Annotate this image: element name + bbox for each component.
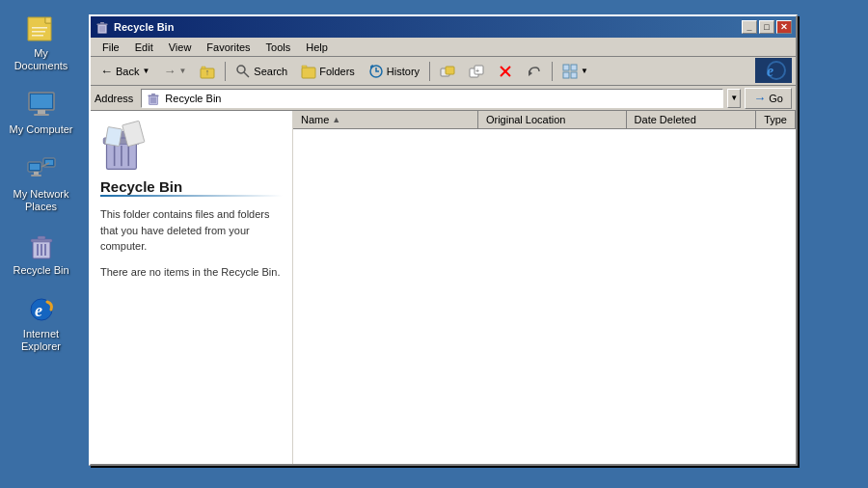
svg-rect-39: [446, 67, 454, 74]
history-icon: [368, 64, 384, 79]
desktop-icon-my-computer[interactable]: My Computer: [5, 86, 77, 140]
search-button[interactable]: Search: [230, 60, 293, 83]
address-input[interactable]: Recycle Bin: [141, 89, 723, 108]
svg-rect-35: [302, 68, 315, 78]
svg-rect-17: [31, 239, 52, 242]
svg-text:e: e: [767, 63, 773, 79]
svg-rect-14: [34, 172, 39, 175]
svg-text:↑: ↑: [205, 68, 210, 77]
forward-dropdown-icon: ▼: [178, 67, 186, 75]
svg-rect-10: [30, 164, 40, 170]
svg-rect-66: [105, 127, 122, 147]
desktop-icon-my-network-places-label: My Network Places: [9, 188, 73, 213]
folders-button[interactable]: Folders: [295, 60, 361, 83]
maximize-button[interactable]: □: [759, 20, 774, 34]
delete-icon: [498, 64, 513, 79]
undo-icon: [527, 64, 542, 79]
desktop-icon-recycle-bin-label: Recycle Bin: [13, 264, 68, 277]
go-button[interactable]: → Go: [745, 88, 792, 109]
internet-explorer-icon: e: [26, 294, 57, 325]
toolbar-separator-3: [552, 62, 553, 81]
svg-text:e: e: [35, 301, 42, 320]
desktop-icon-my-documents[interactable]: My Documents: [5, 10, 77, 76]
svg-rect-7: [38, 110, 45, 114]
back-dropdown-icon: ▼: [142, 67, 149, 75]
desktop-icon-my-documents-label: My Documents: [9, 47, 73, 72]
column-header-type[interactable]: Type: [756, 111, 796, 128]
column-header-location[interactable]: Original Location: [478, 111, 627, 128]
svg-rect-49: [571, 72, 577, 78]
copy-to-button[interactable]: +: [463, 60, 490, 83]
desktop-icons: My Documents My Computer My Network Plac…: [0, 0, 82, 367]
left-panel-title: Recycle Bin: [100, 178, 283, 195]
forward-arrow-icon: →: [163, 64, 176, 78]
search-label: Search: [254, 66, 287, 77]
titlebar-icon: [95, 19, 110, 35]
menu-tools[interactable]: Tools: [258, 40, 299, 55]
desktop-icon-my-network-places[interactable]: My Network Places: [5, 150, 77, 217]
folders-label: Folders: [319, 66, 355, 77]
desktop-icon-recycle-bin[interactable]: Recycle Bin: [5, 227, 77, 281]
column-header-date[interactable]: Date Deleted: [627, 111, 757, 128]
toolbar-separator-1: [225, 62, 226, 81]
undo-button[interactable]: [521, 60, 548, 83]
address-recycle-icon: [146, 91, 161, 106]
titlebar: Recycle Bin _ □ ✕: [91, 16, 796, 38]
svg-rect-18: [38, 236, 45, 239]
up-button[interactable]: ↑: [194, 60, 221, 83]
menu-favorites[interactable]: Favorites: [199, 40, 258, 55]
recycle-bin-icon: [26, 230, 57, 261]
history-button[interactable]: History: [363, 60, 425, 83]
file-list-header: Name ▲ Original Location Date Deleted Ty…: [293, 111, 796, 129]
desktop-icon-internet-explorer[interactable]: e Internet Explorer: [5, 290, 77, 357]
menu-edit[interactable]: Edit: [127, 40, 161, 55]
svg-rect-46: [563, 65, 569, 70]
go-label: Go: [769, 93, 783, 104]
move-to-button[interactable]: [434, 60, 461, 83]
forward-button[interactable]: → ▼: [157, 60, 192, 83]
copy-to-icon: +: [469, 64, 484, 79]
menu-help[interactable]: Help: [298, 40, 336, 55]
address-dropdown-button[interactable]: ▼: [727, 89, 741, 108]
svg-rect-25: [97, 24, 108, 26]
toolbar-separator-2: [429, 62, 430, 81]
col-name-label: Name: [301, 114, 329, 125]
my-computer-icon: [26, 90, 57, 121]
close-button[interactable]: ✕: [776, 20, 792, 34]
views-button[interactable]: ▼: [556, 60, 594, 83]
minimize-button[interactable]: _: [742, 20, 757, 34]
left-panel-header: [100, 121, 283, 171]
ie-logo: e: [755, 58, 792, 83]
svg-rect-55: [151, 94, 155, 95]
address-value: Recycle Bin: [165, 93, 221, 104]
titlebar-buttons: _ □ ✕: [742, 20, 792, 34]
svg-rect-48: [563, 72, 569, 78]
col-date-label: Date Deleted: [635, 114, 696, 125]
desktop-icon-internet-explorer-label: Internet Explorer: [9, 328, 73, 353]
svg-rect-15: [31, 175, 41, 176]
left-panel-description: This folder contains files and folders t…: [100, 206, 283, 255]
delete-button[interactable]: [492, 60, 519, 83]
sort-icon: ▲: [332, 115, 340, 124]
titlebar-title: Recycle Bin: [114, 21, 738, 33]
menu-file[interactable]: File: [95, 40, 127, 55]
my-documents-icon: [26, 14, 57, 44]
left-panel-empty-message: There are no items in the Recycle Bin.: [100, 264, 283, 281]
menubar: File Edit View Favorites Tools Help: [91, 38, 796, 57]
up-folder-icon: ↑: [200, 64, 215, 79]
content-area: Recycle Bin This folder contains files a…: [91, 111, 796, 464]
ie-logo-area: e: [755, 58, 792, 85]
svg-rect-2: [32, 27, 47, 29]
address-label: Address: [95, 93, 133, 104]
left-panel-divider: [100, 195, 283, 197]
menu-view[interactable]: View: [161, 40, 200, 55]
column-header-name[interactable]: Name ▲: [293, 111, 478, 128]
desktop-icon-my-computer-label: My Computer: [9, 123, 72, 136]
file-list-body: [293, 129, 796, 464]
svg-rect-26: [100, 22, 104, 24]
recycle-bin-window: Recycle Bin _ □ ✕ File Edit View Favorit…: [89, 14, 798, 466]
back-button[interactable]: ← Back ▼: [95, 60, 155, 83]
left-panel: Recycle Bin This folder contains files a…: [91, 111, 293, 464]
toolbar: ← Back ▼ → ▼ ↑ Search: [91, 57, 796, 86]
right-panel: Name ▲ Original Location Date Deleted Ty…: [293, 111, 796, 464]
